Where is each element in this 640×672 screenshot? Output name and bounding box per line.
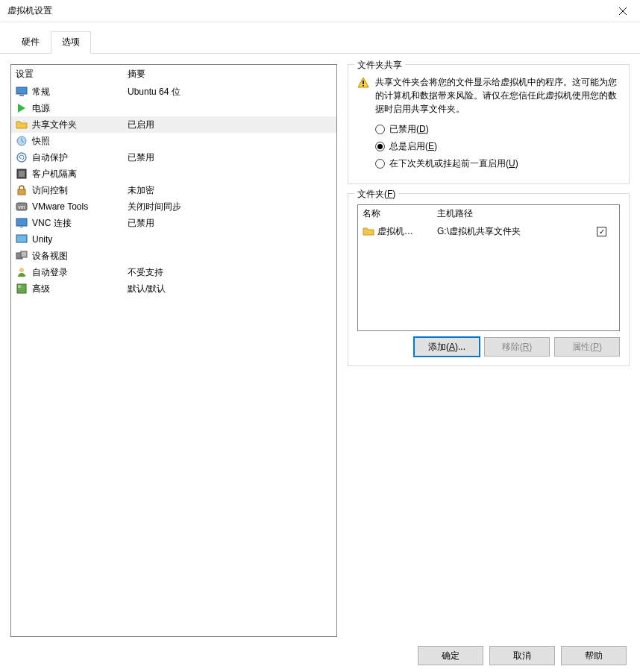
- tab-hardware[interactable]: 硬件: [10, 31, 51, 54]
- warning-row: 共享文件夹会将您的文件显示给虚拟机中的程序。这可能为您的计算机和数据带来风险。请…: [357, 75, 620, 116]
- svg-point-14: [19, 268, 24, 272]
- titlebar: 虚拟机设置: [0, 0, 640, 22]
- radio-label: 总是启用(E): [389, 140, 437, 153]
- folder-name: 虚拟机…: [377, 225, 437, 238]
- item-label: 访问控制: [32, 184, 128, 197]
- col-name: 名称: [363, 207, 437, 220]
- warning-icon: [357, 77, 369, 89]
- dialog-buttons: 确定 取消 帮助: [0, 637, 640, 672]
- radio-icon: [375, 125, 385, 134]
- list-item-vmware-tools[interactable]: vm VMware Tools 关闭时间同步: [11, 198, 336, 215]
- item-label: VNC 连接: [32, 217, 128, 230]
- tabs: 硬件 选项: [0, 22, 640, 54]
- monitor-icon: [16, 86, 28, 98]
- snapshot-icon: [16, 135, 28, 147]
- folder-buttons: 添加(A)... 移除(R) 属性(P): [357, 337, 620, 357]
- item-summary: 关闭时间同步: [128, 201, 181, 213]
- isolation-icon: [16, 168, 28, 180]
- folder-sharing-group: 文件夹共享 共享文件夹会将您的文件显示给虚拟机中的程序。这可能为您的计算机和数据…: [348, 64, 630, 184]
- svg-rect-17: [363, 81, 364, 84]
- item-summary: 已禁用: [128, 217, 154, 230]
- radio-disabled[interactable]: 已禁用(D): [375, 123, 620, 136]
- vmware-icon: vm: [16, 201, 28, 213]
- settings-list-panel: 设置 摘要 常规 Ubuntu 64 位 电源 共享文件夹 已启用 快照: [10, 64, 337, 637]
- list-item-general[interactable]: 常规 Ubuntu 64 位: [11, 84, 336, 100]
- tab-options[interactable]: 选项: [51, 31, 91, 54]
- item-label: 常规: [32, 86, 128, 98]
- header-settings: 设置: [16, 68, 128, 81]
- svg-rect-1: [19, 95, 24, 96]
- content: 设置 摘要 常规 Ubuntu 64 位 电源 共享文件夹 已启用 快照: [0, 54, 640, 637]
- properties-button[interactable]: 属性(P): [554, 337, 620, 357]
- list-item-guest-isolation[interactable]: 客户机隔离: [11, 166, 336, 182]
- svg-rect-11: [16, 235, 27, 242]
- advanced-icon: [16, 283, 28, 295]
- svg-rect-18: [363, 85, 364, 87]
- group-title: 文件夹共享: [354, 59, 405, 72]
- folder-enabled-checkbox[interactable]: [597, 227, 606, 236]
- settings-list: 常规 Ubuntu 64 位 电源 共享文件夹 已启用 快照 自动保护: [11, 84, 336, 297]
- warning-text: 共享文件夹会将您的文件显示给虚拟机中的程序。这可能为您的计算机和数据带来风险。请…: [375, 75, 620, 116]
- item-summary: 已启用: [128, 119, 154, 131]
- list-item-autologin[interactable]: 自动登录 不受支持: [11, 264, 336, 280]
- folder-icon: [16, 119, 28, 131]
- remove-button[interactable]: 移除(R): [484, 337, 550, 357]
- radio-until-shutdown[interactable]: 在下次关机或挂起前一直启用(U): [375, 157, 620, 170]
- radio-icon: [375, 142, 385, 151]
- group-title: 文件夹(F): [354, 188, 398, 201]
- svg-text:vm: vm: [18, 204, 25, 210]
- list-item-shared-folders[interactable]: 共享文件夹 已启用: [11, 116, 336, 133]
- ok-button[interactable]: 确定: [418, 646, 483, 665]
- play-icon: [16, 102, 28, 114]
- list-item-vnc[interactable]: VNC 连接 已禁用: [11, 215, 336, 231]
- svg-rect-0: [16, 87, 27, 94]
- item-summary: 不受支持: [128, 266, 163, 279]
- help-button[interactable]: 帮助: [561, 646, 627, 665]
- item-label: 电源: [32, 102, 128, 115]
- list-item-snapshot[interactable]: 快照: [11, 133, 336, 149]
- header-summary: 摘要: [128, 68, 145, 81]
- item-summary: 默认/默认: [128, 283, 166, 295]
- list-item-device-view[interactable]: 设备视图: [11, 248, 336, 264]
- list-item-unity[interactable]: Unity: [11, 231, 336, 248]
- cancel-button[interactable]: 取消: [489, 646, 555, 665]
- svg-rect-6: [18, 189, 25, 195]
- close-button[interactable]: [606, 0, 640, 22]
- col-path: 主机路径: [437, 207, 597, 220]
- device-view-icon: [16, 250, 28, 262]
- svg-rect-9: [16, 219, 27, 226]
- list-item-autoprotect[interactable]: 自动保护 已禁用: [11, 149, 336, 166]
- close-icon: [619, 7, 627, 15]
- add-button[interactable]: 添加(A)...: [414, 337, 480, 357]
- item-label: 设备视图: [32, 250, 128, 263]
- list-header: 设置 摘要: [11, 65, 336, 84]
- item-label: 自动保护: [32, 151, 128, 164]
- folders-header: 名称 主机路径: [358, 205, 619, 223]
- list-item-advanced[interactable]: 高级 默认/默认: [11, 280, 336, 297]
- item-label: 自动登录: [32, 266, 128, 279]
- item-summary: 已禁用: [128, 151, 154, 164]
- unity-icon: [16, 233, 28, 245]
- item-label: VMware Tools: [32, 201, 128, 212]
- radio-label: 在下次关机或挂起前一直启用(U): [389, 157, 518, 170]
- list-item-access-control[interactable]: 访问控制 未加密: [11, 182, 336, 198]
- radio-label: 已禁用(D): [389, 123, 429, 136]
- list-item-power[interactable]: 电源: [11, 100, 336, 116]
- svg-rect-10: [20, 227, 23, 227]
- folder-icon: [363, 225, 374, 237]
- window-title: 虚拟机设置: [7, 4, 52, 17]
- item-summary: Ubuntu 64 位: [128, 86, 181, 98]
- item-summary: 未加密: [128, 184, 154, 197]
- folders-list[interactable]: 名称 主机路径 虚拟机… G:\虚拟机共享文件夹: [357, 204, 620, 331]
- vnc-icon: [16, 217, 28, 229]
- right-panel: 文件夹共享 共享文件夹会将您的文件显示给虚拟机中的程序。这可能为您的计算机和数据…: [348, 64, 630, 637]
- radio-group: 已禁用(D) 总是启用(E) 在下次关机或挂起前一直启用(U): [357, 123, 620, 170]
- user-icon: [16, 266, 28, 278]
- item-label: 高级: [32, 283, 128, 295]
- folder-row[interactable]: 虚拟机… G:\虚拟机共享文件夹: [358, 223, 619, 239]
- svg-point-3: [17, 153, 26, 162]
- radio-always-enabled[interactable]: 总是启用(E): [375, 140, 620, 153]
- item-label: Unity: [32, 234, 128, 245]
- item-label: 共享文件夹: [32, 119, 128, 131]
- item-label: 快照: [32, 135, 128, 148]
